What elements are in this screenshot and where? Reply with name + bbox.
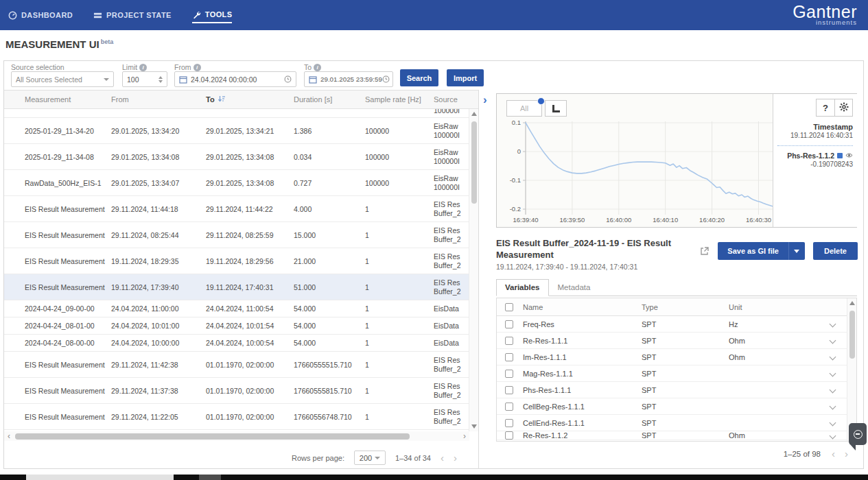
expand-row-chevron[interactable] <box>830 354 836 361</box>
all-series-button[interactable]: All <box>506 100 542 117</box>
table-row[interactable]: 2025-01-29_11-34-0829.01.2025, 13:34:082… <box>4 144 469 170</box>
column-header-unit[interactable]: Unit <box>729 303 818 311</box>
line-chart[interactable]: 0.10-0.1-0.216:39:4016:39:5016:40:0016:4… <box>497 120 773 226</box>
column-header-type[interactable]: Type <box>642 303 729 311</box>
horizontal-scrollbar[interactable]: ‹ › <box>4 431 469 441</box>
variable-row[interactable]: Re-Res-1.1.1SPTOhm <box>497 333 856 349</box>
tab-metadata[interactable]: Metadata <box>549 279 600 296</box>
expand-row-chevron[interactable] <box>830 420 836 427</box>
vertical-scrollbar[interactable] <box>847 298 856 441</box>
table-row-clipped[interactable]: 100000I <box>4 109 469 118</box>
row-checkbox[interactable] <box>505 403 513 411</box>
to-datetime-input[interactable]: 29.01.2025 23:59:59 <box>304 71 393 87</box>
vertical-scrollbar[interactable] <box>469 109 478 431</box>
scrollbar-thumb[interactable] <box>15 433 410 440</box>
limit-input[interactable]: 100 <box>122 71 167 87</box>
source-selection-select[interactable]: All Sources Selected <box>11 71 114 87</box>
visibility-eye-icon[interactable] <box>845 152 853 160</box>
table-row[interactable]: EIS Result Measurement29.11.2024, 11:44:… <box>4 196 469 222</box>
variable-row[interactable]: Re-Res-1.1.2SPTOhm <box>497 431 856 440</box>
previous-page-button[interactable]: ‹ <box>832 448 835 459</box>
table-row[interactable]: 2024-04-24_08-01-0024.04.2024, 10:01:002… <box>4 317 469 335</box>
chart-plot-area[interactable]: All 0.10-0.1-0.216:39:4016:39:5016:40:00… <box>497 94 773 227</box>
expand-row-chevron[interactable] <box>830 403 836 410</box>
clock-icon[interactable] <box>284 75 292 83</box>
column-header-to[interactable]: To <box>202 95 290 104</box>
floating-overlay-widget[interactable] <box>848 423 867 451</box>
expand-row-chevron[interactable] <box>830 337 836 344</box>
scroll-right-arrow[interactable]: › <box>460 431 469 441</box>
select-all-checkbox[interactable] <box>505 303 513 311</box>
cell-to: 01.01.1970, 02:00:00 <box>202 361 290 369</box>
scroll-up-arrow[interactable] <box>849 301 855 305</box>
delete-button[interactable]: Delete <box>813 242 858 260</box>
table-row[interactable]: EIS Result Measurement29.11.2024, 11:22:… <box>4 404 469 430</box>
variable-row[interactable]: Phs-Res-1.1.1SPT <box>497 382 856 398</box>
expand-row-chevron[interactable] <box>830 321 836 328</box>
row-checkbox[interactable] <box>505 337 513 345</box>
calendar-icon[interactable] <box>179 75 187 84</box>
nav-tools[interactable]: TOOLS <box>192 8 233 23</box>
help-button[interactable]: ? <box>817 99 834 116</box>
column-header-from[interactable]: From <box>107 95 202 104</box>
table-row[interactable]: 2024-04-24_09-00-0024.04.2024, 11:00:002… <box>4 300 469 317</box>
save-as-gi-file-button[interactable]: Save as GI file <box>718 242 788 260</box>
column-header-sample-rate[interactable]: Sample rate [Hz] <box>361 95 430 104</box>
row-checkbox[interactable] <box>505 386 513 394</box>
previous-page-button[interactable]: ‹ <box>441 452 444 464</box>
search-button[interactable]: Search <box>400 69 438 86</box>
external-link-icon[interactable] <box>700 246 709 256</box>
variable-row[interactable]: Mag-Res-1.1.1SPT <box>497 365 856 382</box>
column-header-measurement[interactable]: Measurement <box>21 95 107 104</box>
cell-type: SPT <box>642 403 729 411</box>
info-icon[interactable]: i <box>193 64 201 71</box>
table-row[interactable]: EIS Result Measurement19.11.2024, 17:39:… <box>4 274 469 300</box>
variable-row[interactable]: CellBeg-Res-1.1.1SPT <box>497 398 856 415</box>
info-icon[interactable]: i <box>314 64 321 71</box>
table-row[interactable]: EIS Result Measurement29.11.2024, 11:42:… <box>4 352 469 378</box>
scroll-down-arrow[interactable] <box>471 424 477 429</box>
rows-per-page-select[interactable]: 200 <box>354 451 386 465</box>
row-checkbox[interactable] <box>505 431 513 440</box>
row-checkbox[interactable] <box>505 353 513 361</box>
tab-variables[interactable]: Variables <box>496 279 549 296</box>
calendar-icon[interactable] <box>309 75 317 84</box>
table-row[interactable]: EIS Result Measurement29.11.2024, 11:37:… <box>4 378 469 404</box>
variable-row[interactable]: CellEnd-Res-1.1.1SPT <box>497 415 856 431</box>
cell-from: 29.11.2024, 11:37:38 <box>107 387 202 395</box>
expand-row-chevron[interactable] <box>830 387 836 394</box>
nav-project-state[interactable]: PROJECT STATE <box>93 8 172 23</box>
clock-icon[interactable] <box>382 75 390 83</box>
scrollbar-thumb[interactable] <box>471 121 477 204</box>
row-checkbox[interactable] <box>505 320 513 328</box>
step-line-toggle-button[interactable] <box>545 100 567 117</box>
table-row[interactable]: EIS Result Measurement19.11.2024, 18:29:… <box>4 248 469 274</box>
row-checkbox[interactable] <box>505 370 513 378</box>
table-row[interactable]: 2024-04-24_08-00-0024.04.2024, 10:00:002… <box>4 335 469 352</box>
main-nav: DASHBOARD PROJECT STATE TOOLS <box>0 8 232 23</box>
import-button[interactable]: Import <box>447 69 484 86</box>
limit-stepper[interactable] <box>159 76 163 83</box>
column-header-source[interactable]: Source <box>430 95 478 104</box>
collapse-panel-chevron[interactable]: › <box>483 95 487 105</box>
row-checkbox[interactable] <box>505 419 513 427</box>
expand-row-chevron[interactable] <box>830 370 836 377</box>
table-row[interactable]: EIS Result Measurement29.11.2024, 08:25:… <box>4 222 469 248</box>
settings-button[interactable] <box>834 99 852 116</box>
expand-row-chevron[interactable] <box>830 432 836 439</box>
scroll-up-arrow[interactable] <box>471 112 477 116</box>
column-header-duration[interactable]: Duration [s] <box>290 95 361 104</box>
column-header-name[interactable]: Name <box>523 303 642 311</box>
from-datetime-input[interactable]: 24.04.2024 00:00:00 <box>174 71 296 87</box>
nav-dashboard[interactable]: DASHBOARD <box>8 8 73 23</box>
save-options-dropdown-button[interactable] <box>788 242 805 260</box>
table-row[interactable]: 2025-01-29_11-34-2029.01.2025, 13:34:202… <box>4 118 469 144</box>
table-row[interactable]: RawData_500Hz_EIS-129.01.2025, 13:34:072… <box>4 170 469 196</box>
variable-row[interactable]: Im-Res-1.1.1SPTOhm <box>497 349 856 365</box>
next-page-button[interactable]: › <box>454 452 457 464</box>
scroll-left-arrow[interactable]: ‹ <box>4 431 14 441</box>
cell-duration: 1.386 <box>290 127 361 135</box>
scrollbar-thumb[interactable] <box>849 311 855 359</box>
info-icon[interactable]: i <box>139 64 147 71</box>
variable-row[interactable]: Freq-ResSPTHz <box>497 316 856 333</box>
